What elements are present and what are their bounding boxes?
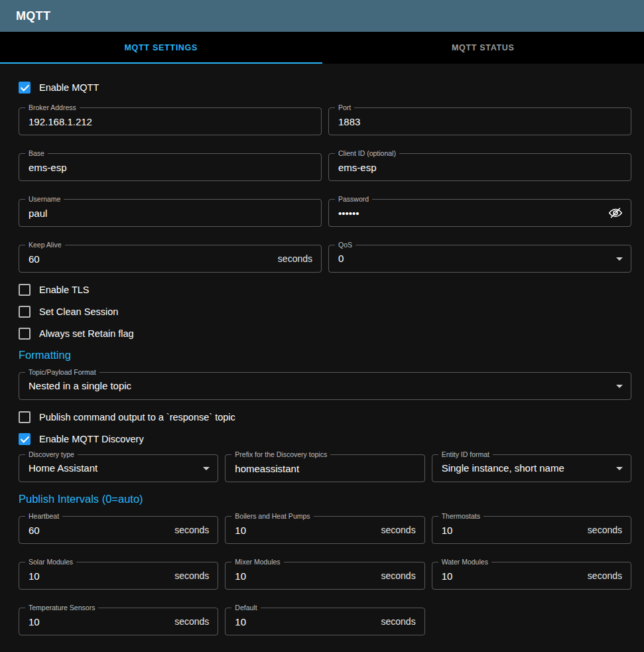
intervals-row-3: Temperature Sensors seconds Default seco…: [19, 608, 631, 635]
checkbox-label: Set Clean Session: [39, 306, 118, 317]
chevron-down-icon: [203, 467, 210, 470]
mixer-modules-field[interactable]: Mixer Modules seconds: [225, 562, 424, 590]
username-field[interactable]: Username: [19, 199, 322, 227]
client-id-input[interactable]: [329, 154, 631, 180]
temperature-sensors-field[interactable]: Temperature Sensors seconds: [19, 608, 218, 635]
field-label: Broker Address: [25, 103, 80, 112]
formatting-section-title: Formatting: [19, 349, 631, 361]
field-label: Prefix for the Discovery topics: [231, 450, 330, 459]
tab-bar: MQTT SETTINGS MQTT STATUS: [0, 32, 644, 64]
page-title: MQTT: [16, 9, 50, 23]
field-label: Entity ID format: [438, 450, 493, 459]
topic-format-select[interactable]: Topic/Payload Format Nested in a single …: [19, 372, 631, 400]
field-label: Discovery type: [25, 450, 78, 459]
enable-tls-checkbox-row[interactable]: Enable TLS: [19, 283, 631, 296]
port-field[interactable]: Port: [328, 107, 631, 135]
discovery-prefix-input[interactable]: [225, 455, 424, 482]
heartbeat-field[interactable]: Heartbeat seconds: [19, 516, 218, 544]
field-label: QoS: [335, 241, 355, 249]
solar-modules-field[interactable]: Solar Modules seconds: [19, 562, 218, 590]
username-input[interactable]: [19, 200, 321, 226]
password-field[interactable]: Password: [328, 199, 631, 227]
keep-alive-field[interactable]: Keep Alive seconds: [19, 245, 322, 273]
keep-alive-input[interactable]: [19, 245, 321, 272]
checkbox-label: Enable MQTT: [39, 82, 99, 93]
publish-intervals-section-title: Publish Intervals (0=auto): [19, 493, 631, 505]
retain-flag-checkbox-row[interactable]: Always set Retain flag: [19, 327, 631, 340]
checkbox-icon[interactable]: [19, 284, 31, 296]
base-input[interactable]: [19, 154, 321, 180]
chevron-down-icon: [616, 385, 623, 388]
base-field[interactable]: Base: [19, 153, 322, 181]
clean-session-checkbox-row[interactable]: Set Clean Session: [19, 305, 631, 318]
port-input[interactable]: [329, 108, 631, 135]
base-clientid-row: Base Client ID (optional): [19, 153, 631, 181]
app-header: MQTT: [0, 0, 644, 32]
field-label: Boilers and Heat Pumps: [231, 512, 313, 521]
field-label: Client ID (optional): [335, 149, 399, 158]
field-label: Thermostats: [438, 512, 483, 521]
enable-discovery-checkbox-row[interactable]: Enable MQTT Discovery: [19, 432, 631, 446]
thermostats-field[interactable]: Thermostats seconds: [432, 516, 631, 544]
credentials-row: Username Password: [19, 199, 631, 227]
checkbox-icon[interactable]: [19, 82, 31, 94]
field-label: Base: [25, 149, 48, 158]
field-label: Topic/Payload Format: [25, 368, 99, 377]
tab-label: MQTT SETTINGS: [125, 43, 198, 52]
field-label: Password: [335, 195, 372, 204]
tab-mqtt-status[interactable]: MQTT STATUS: [322, 32, 644, 64]
field-label: Solar Modules: [25, 558, 76, 566]
mqtt-settings-page: MQTT MQTT SETTINGS MQTT STATUS Enable MQ…: [0, 0, 644, 647]
tab-mqtt-settings[interactable]: MQTT SETTINGS: [0, 32, 322, 64]
broker-address-input[interactable]: [19, 108, 321, 135]
settings-form: Enable MQTT Broker Address Port Base Cli…: [0, 64, 644, 647]
checkbox-icon[interactable]: [19, 328, 31, 340]
checkbox-icon[interactable]: [19, 411, 31, 423]
select-value: Single instance, short name: [432, 455, 631, 482]
entity-id-format-select[interactable]: Entity ID format Single instance, short …: [432, 454, 631, 482]
heartbeat-input[interactable]: [19, 517, 218, 543]
field-label: Keep Alive: [25, 241, 65, 249]
default-interval-input[interactable]: [225, 608, 424, 635]
keepalive-qos-row: Keep Alive seconds QoS 0: [19, 245, 631, 273]
checkbox-icon[interactable]: [19, 306, 31, 318]
checkbox-label: Publish command output to a `response` t…: [39, 412, 235, 423]
discovery-row: Discovery type Home Assistant Prefix for…: [19, 454, 631, 482]
password-input[interactable]: [329, 200, 631, 226]
discovery-type-select[interactable]: Discovery type Home Assistant: [19, 454, 218, 482]
checkbox-label: Always set Retain flag: [39, 328, 134, 339]
select-value: Home Assistant: [19, 455, 218, 482]
solar-modules-input[interactable]: [19, 562, 218, 589]
field-label: Default: [231, 604, 260, 612]
broker-address-field[interactable]: Broker Address: [19, 107, 322, 135]
intervals-row-2: Solar Modules seconds Mixer Modules seco…: [19, 562, 631, 590]
boilers-input[interactable]: [225, 517, 424, 543]
empty-cell: [432, 608, 631, 635]
topic-format-row: Topic/Payload Format Nested in a single …: [19, 372, 631, 400]
checkbox-icon[interactable]: [19, 433, 31, 445]
qos-select[interactable]: QoS 0: [328, 245, 631, 273]
field-label: Mixer Modules: [231, 558, 283, 566]
visibility-off-icon[interactable]: [607, 204, 624, 222]
default-interval-field[interactable]: Default seconds: [225, 608, 424, 635]
water-modules-field[interactable]: Water Modules seconds: [432, 562, 631, 590]
discovery-prefix-field[interactable]: Prefix for the Discovery topics: [225, 454, 424, 482]
checkbox-label: Enable TLS: [39, 285, 90, 295]
field-label: Water Modules: [438, 558, 491, 566]
thermostats-input[interactable]: [432, 517, 631, 543]
broker-port-row: Broker Address Port: [19, 107, 631, 135]
field-label: Temperature Sensors: [25, 604, 98, 612]
tab-label: MQTT STATUS: [452, 43, 515, 52]
temperature-sensors-input[interactable]: [19, 608, 218, 635]
mixer-modules-input[interactable]: [225, 562, 424, 589]
select-value: 0: [329, 245, 631, 272]
publish-response-checkbox-row[interactable]: Publish command output to a `response` t…: [19, 411, 631, 424]
boilers-field[interactable]: Boilers and Heat Pumps seconds: [225, 516, 424, 544]
enable-mqtt-checkbox-row[interactable]: Enable MQTT: [19, 81, 631, 94]
client-id-field[interactable]: Client ID (optional): [328, 153, 631, 181]
water-modules-input[interactable]: [432, 562, 631, 589]
chevron-down-icon: [616, 467, 623, 470]
field-label: Username: [25, 195, 64, 204]
field-label: Port: [335, 103, 354, 112]
field-label: Heartbeat: [25, 512, 62, 521]
